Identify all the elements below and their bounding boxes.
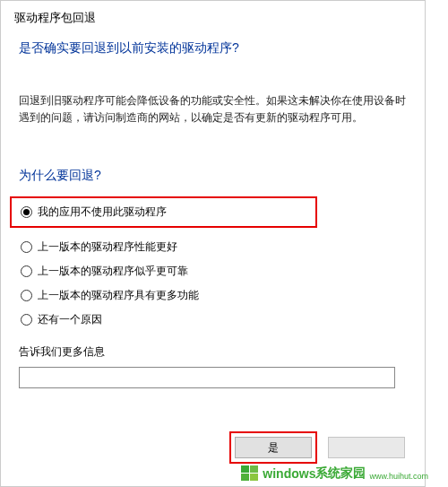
yes-button[interactable]: 是 — [235, 437, 312, 458]
dialog-title: 驱动程序包回退 — [1, 1, 425, 31]
radio-icon — [21, 314, 32, 326]
radio-icon — [21, 290, 32, 301]
reason-option-more-features[interactable]: 上一版本的驱动程序具有更多功能 — [19, 283, 407, 308]
yes-button-highlight: 是 — [229, 431, 317, 464]
reason-option-better-performance[interactable]: 上一版本的驱动程序性能更好 — [19, 235, 407, 259]
more-info-textbox[interactable] — [19, 367, 395, 388]
info-text: 回退到旧驱动程序可能会降低设备的功能或安全性。如果这未解决你在使用设备时遇到的问… — [1, 65, 425, 135]
rollback-reason-question: 为什么要回退? — [1, 135, 425, 191]
radio-icon — [21, 241, 32, 253]
reason-option-other[interactable]: 还有一个原因 — [19, 308, 407, 332]
reason-option-label: 上一版本的驱动程序似乎更可靠 — [38, 264, 188, 279]
main-question: 是否确实要回退到以前安装的驱动程序? — [1, 31, 425, 65]
radio-icon — [21, 265, 32, 277]
reason-option-label: 我的应用不使用此驱动程序 — [38, 204, 167, 220]
reason-options-group: 我的应用不使用此驱动程序 上一版本的驱动程序性能更好 上一版本的驱动程序似乎更可… — [1, 191, 425, 332]
reason-option-app-not-use[interactable]: 我的应用不使用此驱动程序 — [10, 196, 317, 228]
tell-more-label: 告诉我们更多信息 — [1, 332, 425, 365]
reason-option-label: 上一版本的驱动程序性能更好 — [38, 239, 177, 255]
reason-option-label: 还有一个原因 — [38, 312, 102, 327]
radio-icon — [21, 206, 32, 218]
rollback-driver-dialog: 驱动程序包回退 是否确实要回退到以前安装的驱动程序? 回退到旧驱动程序可能会降低… — [0, 0, 426, 487]
dialog-button-row: 是 — [229, 431, 405, 464]
no-button[interactable] — [328, 437, 405, 458]
reason-option-more-reliable[interactable]: 上一版本的驱动程序似乎更可靠 — [19, 259, 407, 283]
reason-option-label: 上一版本的驱动程序具有更多功能 — [38, 288, 199, 303]
